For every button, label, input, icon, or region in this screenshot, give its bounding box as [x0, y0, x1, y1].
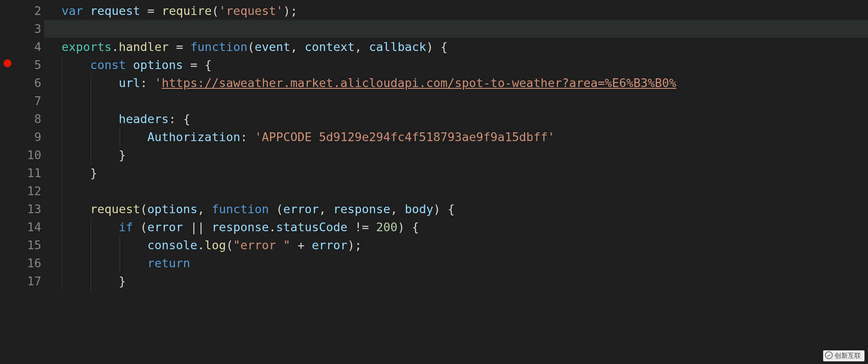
code-line[interactable]: console.log("error " + error);: [62, 236, 868, 254]
token-space: [441, 202, 448, 216]
token-punct: ;: [290, 4, 297, 18]
code-line[interactable]: if (error || response.statusCode != 200)…: [62, 218, 868, 236]
breakpoint-marker[interactable]: [4, 59, 11, 67]
indent: [62, 166, 90, 180]
token-punct: :: [240, 130, 247, 144]
token-punct: :: [169, 112, 176, 126]
line-number: 7: [0, 92, 44, 110]
token-brace: }: [90, 166, 97, 180]
token-space: [326, 202, 333, 216]
line-number: 3: [0, 20, 44, 38]
indent: [62, 238, 147, 252]
token-url-string[interactable]: https://saweather.market.alicloudapi.com…: [162, 76, 676, 90]
token-punct: ,: [355, 40, 362, 54]
line-number: 11: [0, 164, 44, 182]
token-keyword: const: [90, 58, 126, 72]
indent: [62, 256, 147, 270]
line-number: 8: [0, 110, 44, 128]
token-space: [398, 202, 405, 216]
token-paren: (: [140, 202, 147, 216]
code-line[interactable]: const options = {: [62, 56, 868, 74]
token-param: callback: [369, 40, 426, 54]
code-editor[interactable]: 2 3 4 5 6 7 8 9 10 11 12 13 14 15 16 17 …: [0, 0, 868, 364]
token-paren: ): [347, 238, 354, 252]
token-paren: ): [398, 220, 405, 234]
token-param: context: [305, 40, 355, 54]
token-punct: ,: [197, 202, 204, 216]
code-line[interactable]: [62, 182, 868, 200]
watermark-text: 创新互联: [835, 352, 861, 359]
code-line[interactable]: [62, 92, 868, 110]
line-number: 15: [0, 236, 44, 254]
token-brace: }: [119, 148, 126, 162]
code-line[interactable]: }: [62, 272, 868, 290]
watermark-badge: 创新互联: [823, 350, 864, 361]
token-punct: ,: [390, 202, 398, 216]
token-param: body: [405, 202, 433, 216]
token-module: console: [147, 238, 197, 252]
token-keyword: function: [212, 202, 269, 216]
indent: [62, 58, 90, 72]
token-space: [133, 220, 140, 234]
token-variable: options: [133, 58, 183, 72]
line-numbers: 2 3 4 5 6 7 8 9 10 11 12 13 14 15 16 17: [0, 0, 44, 290]
code-line-current[interactable]: [44, 20, 868, 38]
code-line[interactable]: }: [62, 146, 868, 164]
token-variable: error: [147, 220, 183, 234]
line-number: 16: [0, 254, 44, 272]
token-string: 'APPCODE 5d9129e294fc4f518793ae9f9a15dbf…: [255, 130, 555, 144]
token-prop: handler: [119, 40, 169, 54]
line-number: 2: [0, 2, 44, 20]
token-space: [248, 130, 255, 144]
token-param: error: [283, 202, 319, 216]
token-punct: :: [140, 76, 147, 90]
token-variable: request: [90, 4, 140, 18]
token-space: [140, 4, 147, 18]
token-space: [362, 40, 369, 54]
token-brace: {: [412, 220, 419, 234]
token-space: [176, 112, 183, 126]
token-paren: ): [426, 40, 433, 54]
token-space: [347, 220, 354, 234]
code-line[interactable]: headers: {: [62, 110, 868, 128]
token-prop: Authorization: [147, 130, 240, 144]
token-operator: =: [190, 58, 197, 72]
token-keyword: if: [119, 220, 133, 234]
token-brace: }: [119, 274, 126, 288]
token-punct: .: [112, 40, 119, 54]
token-space: [183, 40, 190, 54]
indent: [62, 202, 90, 216]
indent: [62, 130, 147, 144]
token-number: 200: [376, 220, 398, 234]
code-line[interactable]: url: 'https://saweather.market.aliclouda…: [62, 74, 868, 92]
code-line[interactable]: var request = require('request');...: [62, 2, 868, 20]
token-arg: options: [147, 202, 197, 216]
token-paren: ): [283, 4, 290, 18]
code-line[interactable]: return: [62, 254, 868, 272]
code-area[interactable]: var request = require('request');... exp…: [44, 0, 868, 364]
token-paren: (: [212, 4, 219, 18]
line-number: 12: [0, 182, 44, 200]
token-keyword: function: [190, 40, 248, 54]
token-brace: {: [448, 202, 455, 216]
token-module: exports: [62, 40, 112, 54]
code-line[interactable]: request(options, function (error, respon…: [62, 200, 868, 218]
line-number: 9: [0, 128, 44, 146]
token-prop: headers: [119, 112, 169, 126]
token-space: [305, 238, 312, 252]
gutter[interactable]: 2 3 4 5 6 7 8 9 10 11 12 13 14 15 16 17: [0, 0, 44, 364]
line-number: 14: [0, 218, 44, 236]
token-paren: (: [248, 40, 255, 54]
code-line[interactable]: }: [62, 164, 868, 182]
token-param: response: [333, 202, 390, 216]
token-space: [369, 220, 376, 234]
token-punct: .: [197, 238, 204, 252]
token-space: [154, 4, 161, 18]
token-paren: ): [433, 202, 440, 216]
token-prop: statusCode: [276, 220, 348, 234]
code-line[interactable]: Authorization: 'APPCODE 5d9129e294fc4f51…: [62, 128, 868, 146]
token-keyword: var: [62, 4, 83, 18]
token-punct: .: [269, 220, 276, 234]
token-string: ': [154, 76, 161, 90]
code-line[interactable]: exports.handler = function(event, contex…: [62, 38, 868, 56]
